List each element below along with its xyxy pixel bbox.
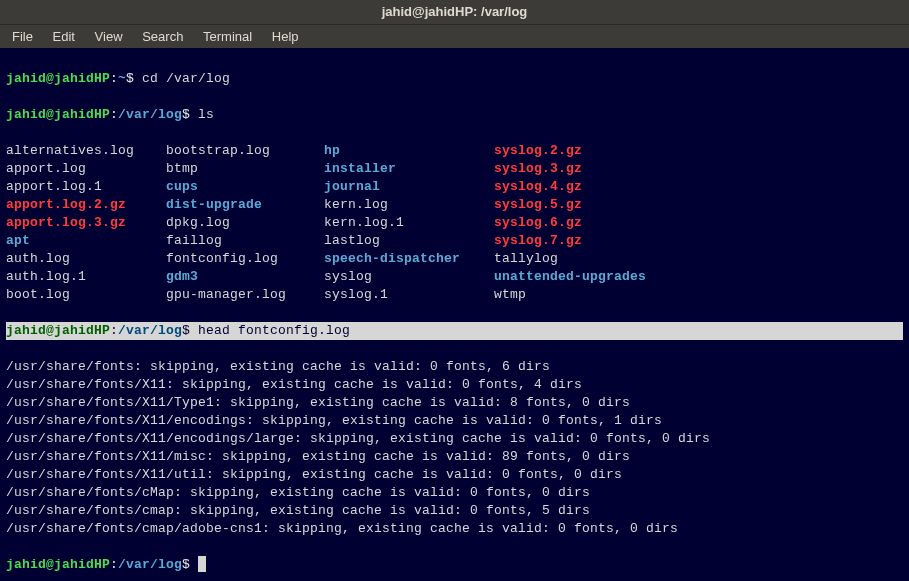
ls-entry: syslog.4.gz [494, 178, 694, 196]
ls-entry: tallylog [494, 250, 694, 268]
prompt-path: ~ [118, 71, 126, 86]
command-cd: cd /var/log [142, 71, 230, 86]
output-line: /usr/share/fonts/X11/misc: skipping, exi… [6, 448, 903, 466]
menu-terminal[interactable]: Terminal [195, 25, 260, 49]
ls-entry: btmp [166, 160, 324, 178]
ls-entry: cups [166, 178, 324, 196]
prompt-line-highlight: jahid@jahidHP:/var/log$ head fontconfig.… [6, 322, 903, 340]
command-head: head fontconfig.log [198, 323, 350, 338]
output-line: /usr/share/fonts/X11: skipping, existing… [6, 376, 903, 394]
head-output: /usr/share/fonts: skipping, existing cac… [6, 358, 903, 538]
terminal-area[interactable]: jahid@jahidHP:~$ cd /var/log jahid@jahid… [0, 48, 909, 581]
ls-entry: apport.log.2.gz [6, 196, 166, 214]
ls-row: auth.logfontconfig.logspeech-dispatchert… [6, 250, 903, 268]
prompt-line: jahid@jahidHP:/var/log$ ls [6, 106, 903, 124]
ls-entry: apt [6, 232, 166, 250]
ls-entry: wtmp [494, 286, 694, 304]
ls-entry: auth.log.1 [6, 268, 166, 286]
ls-entry: auth.log [6, 250, 166, 268]
window-titlebar: jahid@jahidHP: /var/log [0, 0, 909, 24]
ls-entry: journal [324, 178, 494, 196]
output-line: /usr/share/fonts/X11/encodings: skipping… [6, 412, 903, 430]
ls-entry: kern.log [324, 196, 494, 214]
menu-edit[interactable]: Edit [45, 25, 83, 49]
output-line: /usr/share/fonts/cMap: skipping, existin… [6, 484, 903, 502]
ls-entry: syslog.6.gz [494, 214, 694, 232]
menu-file[interactable]: File [4, 25, 41, 49]
ls-entry: alternatives.log [6, 142, 166, 160]
ls-entry: hp [324, 142, 494, 160]
output-line: /usr/share/fonts: skipping, existing cac… [6, 358, 903, 376]
prompt-line: jahid@jahidHP:~$ cd /var/log [6, 70, 903, 88]
ls-entry: speech-dispatcher [324, 250, 494, 268]
ls-entry: syslog.5.gz [494, 196, 694, 214]
ls-entry: unattended-upgrades [494, 268, 694, 286]
ls-entry: syslog.2.gz [494, 142, 694, 160]
ls-entry: kern.log.1 [324, 214, 494, 232]
ls-entry: syslog [324, 268, 494, 286]
output-line: /usr/share/fonts/X11/util: skipping, exi… [6, 466, 903, 484]
ls-entry: installer [324, 160, 494, 178]
ls-row: apport.logbtmpinstallersyslog.3.gz [6, 160, 903, 178]
ls-entry: gpu-manager.log [166, 286, 324, 304]
ls-row: apport.log.1cupsjournalsyslog.4.gz [6, 178, 903, 196]
menu-view[interactable]: View [87, 25, 131, 49]
ls-entry: faillog [166, 232, 324, 250]
ls-entry: lastlog [324, 232, 494, 250]
ls-entry: dpkg.log [166, 214, 324, 232]
output-line: /usr/share/fonts/X11/encodings/large: sk… [6, 430, 903, 448]
ls-entry: apport.log.3.gz [6, 214, 166, 232]
ls-entry: gdm3 [166, 268, 324, 286]
ls-entry: syslog.7.gz [494, 232, 694, 250]
ls-entry: apport.log.1 [6, 178, 166, 196]
prompt-user: jahid@jahidHP [6, 71, 110, 86]
ls-row: auth.log.1gdm3syslogunattended-upgrades [6, 268, 903, 286]
ls-entry: syslog.1 [324, 286, 494, 304]
ls-entry: boot.log [6, 286, 166, 304]
ls-entry: syslog.3.gz [494, 160, 694, 178]
ls-entry: apport.log [6, 160, 166, 178]
ls-row: apport.log.3.gzdpkg.logkern.log.1syslog.… [6, 214, 903, 232]
output-line: /usr/share/fonts/X11/Type1: skipping, ex… [6, 394, 903, 412]
output-line: /usr/share/fonts/cmap: skipping, existin… [6, 502, 903, 520]
prompt-line-current: jahid@jahidHP:/var/log$ [6, 556, 903, 574]
ls-row: apport.log.2.gzdist-upgradekern.logsyslo… [6, 196, 903, 214]
ls-output: alternatives.logbootstrap.loghpsyslog.2.… [6, 142, 903, 304]
ls-row: aptfailloglastlogsyslog.7.gz [6, 232, 903, 250]
output-line: /usr/share/fonts/cmap/adobe-cns1: skippi… [6, 520, 903, 538]
ls-row: boot.loggpu-manager.logsyslog.1wtmp [6, 286, 903, 304]
ls-entry: fontconfig.log [166, 250, 324, 268]
cursor [198, 556, 206, 572]
menu-search[interactable]: Search [134, 25, 191, 49]
command-ls: ls [198, 107, 214, 122]
menu-bar: File Edit View Search Terminal Help [0, 24, 909, 48]
menu-help[interactable]: Help [264, 25, 307, 49]
ls-row: alternatives.logbootstrap.loghpsyslog.2.… [6, 142, 903, 160]
ls-entry: dist-upgrade [166, 196, 324, 214]
ls-entry: bootstrap.log [166, 142, 324, 160]
